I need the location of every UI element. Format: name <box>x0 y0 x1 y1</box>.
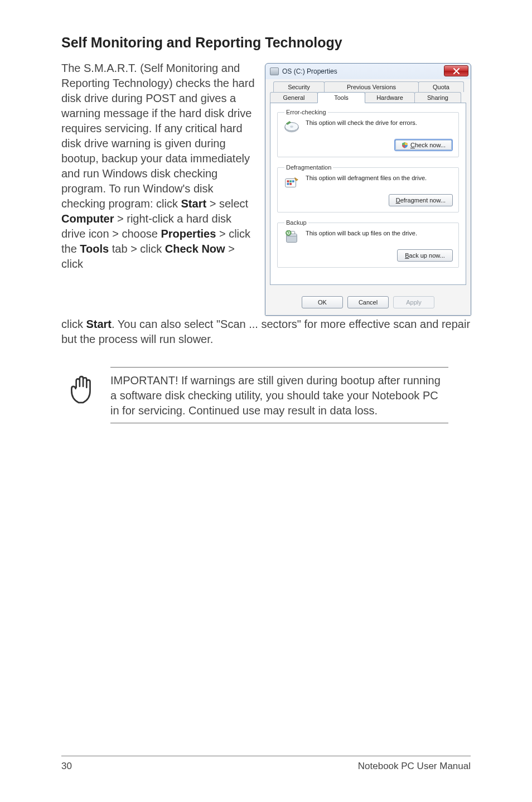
tab-general[interactable]: General <box>270 92 318 103</box>
kw-checknow: Check Now <box>165 243 225 255</box>
tab-hardware[interactable]: Hardware <box>365 92 415 103</box>
svg-rect-5 <box>289 180 292 182</box>
backup-rest: ack up now... <box>409 252 445 259</box>
defrag-accel: D <box>396 197 400 204</box>
apply-button[interactable]: Apply <box>393 296 434 308</box>
page-number: 30 <box>61 761 72 772</box>
legend-error-checking: Error-checking <box>284 109 328 115</box>
check-now-rest: heck now... <box>415 142 446 148</box>
tab-tools-active[interactable]: Tools <box>317 92 365 103</box>
drive-icon <box>270 67 279 75</box>
svg-rect-7 <box>287 183 289 185</box>
properties-dialog: OS (C:) Properties Security Previous Ver… <box>265 63 471 316</box>
svg-point-11 <box>286 230 291 235</box>
tab-sharing[interactable]: Sharing <box>414 92 461 103</box>
disk-check-icon <box>283 120 300 134</box>
defragment-now-button[interactable]: Defragment now... <box>389 194 453 206</box>
svg-rect-6 <box>292 180 294 182</box>
backup-icon <box>283 230 300 245</box>
dialog-title: OS (C:) Properties <box>282 67 337 75</box>
check-now-button[interactable]: Check now... <box>394 139 453 151</box>
group-backup: Backup This option will back up files on… <box>277 219 459 268</box>
backup-accel: B <box>405 252 409 259</box>
kw-computer: Computer <box>61 212 114 225</box>
kw-tools: Tools <box>80 243 109 255</box>
page-footer: 30 Notebook PC User Manual <box>61 756 471 772</box>
kw-start-2: Start <box>86 318 112 330</box>
kw-properties: Properties <box>161 228 216 240</box>
check-now-accel: C <box>410 142 415 148</box>
svg-rect-8 <box>289 183 292 185</box>
desc-error-checking: This option will check the drive for err… <box>306 119 417 127</box>
tab-previous-versions[interactable]: Previous Versions <box>324 81 419 92</box>
para-seg1: > select <box>206 197 248 210</box>
important-note: IMPORTANT! If warnings are still given d… <box>61 367 471 423</box>
shield-icon <box>402 142 408 148</box>
para-tail: . You can also select "Scan ... sectors"… <box>61 318 470 345</box>
backup-now-button[interactable]: Back up now... <box>397 249 453 262</box>
kw-start: Start <box>181 197 207 210</box>
cancel-button[interactable]: Cancel <box>347 296 389 308</box>
desc-defragmentation: This option will defragment files on the… <box>306 174 427 182</box>
group-error-checking: Error-checking This option will check th… <box>277 109 459 157</box>
para-seg-intro: The S.M.A.R.T. (Self Monitoring and Repo… <box>61 62 255 210</box>
body-paragraph-continued: click Start. You can also select "Scan .… <box>61 317 471 347</box>
close-button[interactable] <box>444 65 468 76</box>
dialog-button-bar: OK Cancel Apply <box>265 291 471 315</box>
para-seg4: tab > click <box>109 243 165 255</box>
svg-point-2 <box>290 125 293 128</box>
footer-manual-title: Notebook PC User Manual <box>358 761 471 772</box>
section-heading: Self Monitoring and Reporting Technology <box>61 35 471 51</box>
body-paragraph-left: The S.M.A.R.T. (Self Monitoring and Repo… <box>61 61 255 316</box>
defrag-icon <box>283 175 300 190</box>
tools-panel: Error-checking This option will check th… <box>270 103 466 285</box>
group-defragmentation: Defragmentation This option will defragm… <box>277 164 459 212</box>
close-icon <box>453 68 460 74</box>
legend-backup: Backup <box>284 219 308 226</box>
para-seg-click: click <box>61 318 86 330</box>
dialog-titlebar: OS (C:) Properties <box>265 64 471 79</box>
svg-rect-4 <box>287 180 289 182</box>
legend-defragmentation: Defragmentation <box>284 164 333 171</box>
tab-security[interactable]: Security <box>273 81 325 92</box>
desc-backup: This option will back up files on the dr… <box>306 229 417 237</box>
hand-stop-icon <box>68 374 96 406</box>
ok-button[interactable]: OK <box>302 296 343 308</box>
tab-quota[interactable]: Quota <box>418 81 464 92</box>
note-text: IMPORTANT! If warnings are still given d… <box>110 368 448 423</box>
defrag-rest: efragment now... <box>400 197 446 204</box>
